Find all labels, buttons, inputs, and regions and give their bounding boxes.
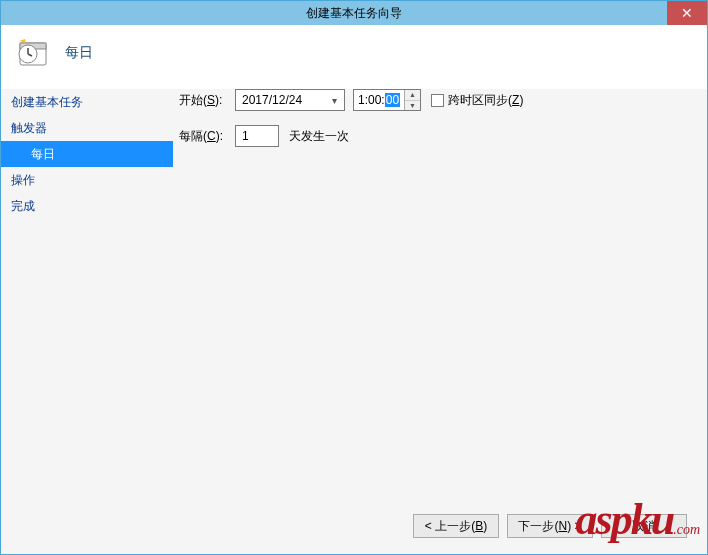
wizard-window: 创建基本任务向导 ✕ 每日 创建基本任务 触发器 每 xyxy=(0,0,708,555)
page-title: 每日 xyxy=(65,44,93,62)
close-button[interactable]: ✕ xyxy=(667,1,707,25)
spinner-up-button[interactable]: ▲ xyxy=(405,90,420,101)
sync-timezone-checkbox[interactable]: 跨时区同步(Z) xyxy=(431,92,523,109)
header-section: 每日 xyxy=(1,25,707,89)
chevron-down-icon: ▾ xyxy=(326,95,342,106)
titlebar: 创建基本任务向导 ✕ xyxy=(1,1,707,25)
time-spinner[interactable]: 1:00:00 ▲ ▼ xyxy=(353,89,421,111)
spinner-down-button[interactable]: ▼ xyxy=(405,101,420,111)
date-value: 2017/12/24 xyxy=(242,93,326,107)
close-icon: ✕ xyxy=(681,5,693,21)
cancel-button[interactable]: 取消 xyxy=(601,514,687,538)
back-button[interactable]: < 上一步(B) xyxy=(413,514,499,538)
footer-buttons: < 上一步(B) 下一步(N) > 取消 xyxy=(1,502,707,554)
date-picker[interactable]: 2017/12/24 ▾ xyxy=(235,89,345,111)
sync-label: 跨时区同步(Z) xyxy=(448,92,523,109)
time-value: 1:00:00 xyxy=(354,90,404,110)
window-title: 创建基本任务向导 xyxy=(306,5,402,22)
clock-calendar-icon xyxy=(17,37,49,69)
start-time-row: 开始(S): 2017/12/24 ▾ 1:00:00 ▲ ▼ xyxy=(179,89,687,111)
content-area: 每日 创建基本任务 触发器 每日 操作 完成 开始(S): 2017/12/24… xyxy=(1,25,707,554)
wizard-steps-sidebar: 创建基本任务 触发器 每日 操作 完成 xyxy=(1,89,173,502)
checkbox-box xyxy=(431,94,444,107)
next-button[interactable]: 下一步(N) > xyxy=(507,514,593,538)
interval-label: 每隔(C): xyxy=(179,128,235,145)
interval-row: 每隔(C): 天发生一次 xyxy=(179,125,687,147)
sidebar-item-action[interactable]: 操作 xyxy=(1,167,173,193)
interval-input[interactable] xyxy=(235,125,279,147)
sidebar-item-create-task[interactable]: 创建基本任务 xyxy=(1,89,173,115)
spinner-buttons: ▲ ▼ xyxy=(404,90,420,110)
sidebar-item-finish[interactable]: 完成 xyxy=(1,193,173,219)
sidebar-item-trigger[interactable]: 触发器 xyxy=(1,115,173,141)
interval-suffix: 天发生一次 xyxy=(289,128,349,145)
start-label: 开始(S): xyxy=(179,92,235,109)
main-panel: 开始(S): 2017/12/24 ▾ 1:00:00 ▲ ▼ xyxy=(173,89,707,502)
sidebar-item-daily[interactable]: 每日 xyxy=(1,141,173,167)
body-section: 创建基本任务 触发器 每日 操作 完成 开始(S): 2017/12/24 ▾ … xyxy=(1,89,707,502)
